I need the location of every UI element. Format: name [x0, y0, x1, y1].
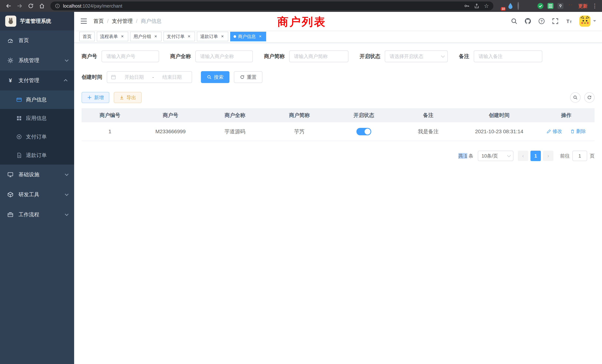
extension-drop-icon[interactable]: [507, 3, 514, 9]
edit-link[interactable]: 修改: [547, 128, 562, 135]
status-select[interactable]: 请选择开启状态: [385, 50, 448, 62]
svg-text:T: T: [566, 19, 569, 24]
close-icon[interactable]: ×: [220, 34, 225, 39]
filter-row-1: 商户号 商户全称 商户简称 开启状态 请选择开启状态: [82, 50, 595, 62]
browser-back-button[interactable]: [4, 1, 13, 11]
browser-toolbar: localhost:1024/pay/merchant ☆ 10 更新 ⋮: [0, 0, 602, 12]
close-icon[interactable]: ×: [153, 34, 158, 39]
export-button[interactable]: 导出: [114, 92, 142, 103]
extension-avatar-icon[interactable]: [527, 3, 534, 9]
sidebar-item-app-info[interactable]: 应用信息: [0, 109, 74, 128]
breadcrumb-payment[interactable]: 支付管理: [112, 18, 133, 25]
sidebar-item-home[interactable]: 首页: [0, 30, 74, 50]
page-size-select[interactable]: 10条/页: [478, 151, 513, 161]
font-size-icon[interactable]: TT: [566, 18, 572, 24]
merchant-no-input[interactable]: [102, 50, 159, 62]
tab-label: 支付订单: [167, 33, 185, 40]
browser-reload-button[interactable]: [26, 1, 36, 11]
tab-process-form[interactable]: 流程表单×: [97, 32, 128, 41]
refresh-icon[interactable]: [584, 92, 595, 103]
caret-down-icon: [593, 20, 596, 23]
help-icon[interactable]: ?: [538, 18, 545, 24]
field-label: 商户号: [82, 53, 97, 60]
reset-button[interactable]: 重置: [234, 71, 262, 83]
tab-label: 用户分组: [133, 33, 151, 40]
sidebar-item-label: 支付管理: [19, 77, 39, 84]
sidebar-item-infrastructure[interactable]: 基础设施: [0, 165, 74, 185]
full-name-input[interactable]: [195, 50, 253, 62]
page-number-1[interactable]: 1: [530, 151, 541, 161]
card-icon: [16, 97, 22, 103]
tags-view-bar: 首页 流程表单× 用户分组× 支付订单× 退款订单× 商户信息×: [74, 30, 602, 43]
filter-status: 开启状态 请选择开启状态: [360, 50, 448, 62]
extension-check-icon[interactable]: [537, 3, 544, 9]
cell-create-time: 2021-10-23 08:31:14: [461, 122, 538, 141]
box-icon: [7, 192, 13, 198]
browser-menu-icon[interactable]: ⋮: [591, 3, 598, 9]
close-icon[interactable]: ×: [258, 34, 263, 39]
extension-notes-icon[interactable]: [547, 3, 554, 9]
briefcase-icon: [7, 212, 13, 218]
tab-user-group[interactable]: 用户分组×: [130, 32, 162, 41]
date-range-picker[interactable]: 开始日期 - 结束日期: [107, 71, 192, 83]
address-bar[interactable]: localhost:1024/pay/merchant ☆: [50, 1, 493, 10]
cell-operations: 修改 删除: [538, 122, 595, 141]
github-icon[interactable]: [525, 18, 531, 24]
sidebar-item-label: 退款订单: [26, 152, 47, 159]
search-icon[interactable]: [511, 18, 517, 24]
user-menu[interactable]: [579, 16, 596, 27]
content: 商户号 商户全称 商户简称 开启状态 请选择开启状态: [74, 43, 602, 364]
browser-home-button[interactable]: [37, 1, 47, 11]
next-page-button[interactable]: ›: [543, 151, 553, 161]
sidebar-item-system[interactable]: 系统管理: [0, 50, 74, 70]
chevron-down-icon: [65, 192, 69, 196]
tab-merchant-info[interactable]: 商户信息×: [230, 32, 266, 41]
url-path: :1024/pay/merchant: [81, 3, 122, 9]
remark-input[interactable]: [474, 50, 542, 62]
site-info-icon[interactable]: [55, 3, 60, 9]
sidebar-item-pay-order[interactable]: 支付订单: [0, 128, 74, 146]
add-button-label: 新增: [94, 94, 104, 101]
avatar: [579, 16, 591, 27]
chrome-update-button[interactable]: 更新: [578, 3, 588, 9]
sidebar-item-workflow[interactable]: 工作流程: [0, 205, 74, 225]
tab-home[interactable]: 首页: [79, 32, 95, 41]
breadcrumb-home[interactable]: 首页: [93, 18, 104, 25]
search-button[interactable]: 搜索: [201, 71, 229, 83]
document-icon: [16, 152, 22, 158]
browser-forward-button[interactable]: [15, 1, 24, 11]
sidebar-item-payment[interactable]: ¥ 支付管理: [0, 70, 74, 90]
extension-grid-icon[interactable]: 10: [497, 3, 504, 9]
sidebar-item-merchant-info[interactable]: 商户信息: [0, 90, 74, 109]
goto-page-input[interactable]: [572, 151, 587, 161]
sidebar-fold-icon[interactable]: [80, 17, 87, 25]
sidebar-logo[interactable]: 芋道管理系统: [0, 12, 74, 30]
goto-label: 前往: [560, 153, 570, 159]
column-header: 开启状态: [332, 108, 396, 122]
tab-pay-order[interactable]: 支付订单×: [163, 32, 195, 41]
extension-pin-icon[interactable]: [557, 3, 564, 9]
extension-emoji-icon[interactable]: [567, 3, 574, 9]
extension-badge: 10: [501, 7, 506, 11]
date-separator: -: [152, 74, 154, 80]
add-button[interactable]: 新增: [82, 92, 109, 103]
extension-dark-icon[interactable]: [517, 3, 524, 9]
toggle-search-icon[interactable]: [570, 92, 580, 103]
tab-refund-order[interactable]: 退款订单×: [197, 32, 228, 41]
close-icon[interactable]: ×: [120, 34, 125, 39]
fullscreen-icon[interactable]: [552, 18, 559, 24]
breadcrumb: 首页 / 支付管理 / 商户信息: [93, 18, 162, 25]
export-button-label: 导出: [126, 94, 136, 101]
sidebar-item-refund-order[interactable]: 退款订单: [0, 146, 74, 165]
app-title: 芋道管理系统: [20, 18, 51, 25]
bookmark-star-icon[interactable]: ☆: [484, 3, 489, 9]
share-icon[interactable]: [474, 3, 480, 9]
prev-page-button[interactable]: ‹: [518, 151, 528, 161]
short-name-input[interactable]: [289, 50, 348, 62]
delete-link[interactable]: 删除: [570, 128, 586, 135]
url-domain: localhost: [63, 3, 81, 9]
sidebar-item-dev-tools[interactable]: 研发工具: [0, 185, 74, 205]
close-icon[interactable]: ×: [186, 34, 192, 39]
password-key-icon[interactable]: [464, 3, 470, 9]
status-toggle[interactable]: [356, 128, 371, 135]
